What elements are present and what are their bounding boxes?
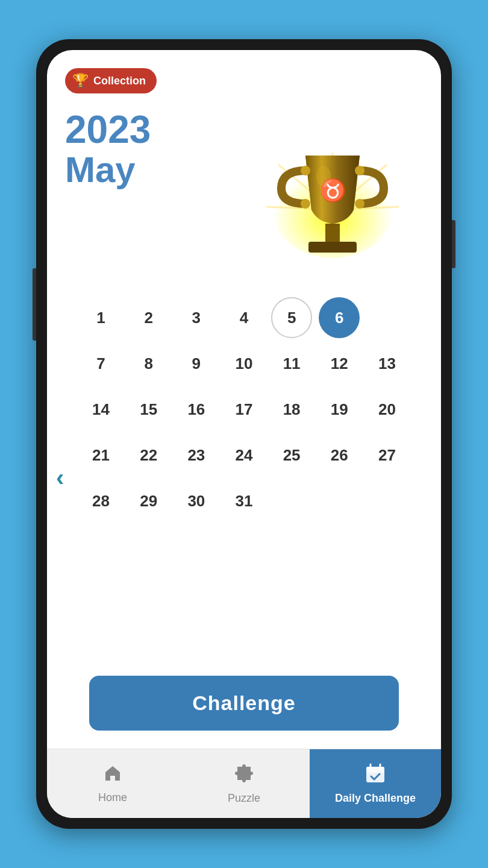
calendar-day-30[interactable]: 30 [176, 480, 217, 521]
calendar-day-14[interactable]: 14 [81, 389, 122, 430]
phone-frame: 🏆 Collection 2023 May [36, 39, 452, 829]
calendar-day-7[interactable]: 7 [81, 343, 122, 384]
calendar-day-16[interactable]: 16 [176, 389, 217, 430]
side-button-left [33, 268, 36, 341]
year-label: 2023 [65, 110, 151, 149]
calendar-day-11[interactable]: 11 [271, 343, 312, 384]
calendar-day-empty-1 [366, 297, 407, 338]
svg-point-13 [355, 166, 364, 175]
calendar-day-1[interactable]: 1 [81, 297, 122, 338]
phone-screen: 🏆 Collection 2023 May [47, 50, 441, 818]
calendar-section: ‹ 1 2 3 4 5 6 7 8 9 10 11 12 [65, 297, 423, 658]
calendar-day-2[interactable]: 2 [128, 297, 169, 338]
calendar-day-empty-3 [319, 480, 360, 521]
calendar-day-8[interactable]: 8 [128, 343, 169, 384]
nav-item-daily-challenge[interactable]: Daily Challenge [310, 749, 441, 818]
back-arrow-icon[interactable]: ‹ [56, 464, 64, 491]
calendar-day-17[interactable]: 17 [224, 389, 264, 430]
calendar-day-27[interactable]: 27 [366, 435, 407, 476]
calendar-day-empty-4 [366, 480, 407, 521]
calendar-day-19[interactable]: 19 [319, 389, 360, 430]
svg-point-12 [301, 166, 310, 175]
calendar-day-20[interactable]: 20 [366, 389, 407, 430]
calendar-day-22[interactable]: 22 [128, 435, 169, 476]
calendar-check-icon [365, 763, 386, 788]
nav-item-home[interactable]: Home [47, 749, 178, 818]
year-month: 2023 May [65, 110, 151, 188]
calendar-day-13[interactable]: 13 [366, 343, 407, 384]
challenge-button[interactable]: Challenge [89, 676, 399, 731]
calendar-day-9[interactable]: 9 [176, 343, 217, 384]
svg-point-10 [301, 199, 310, 209]
challenge-button-area: Challenge [65, 658, 423, 743]
nav-label-home: Home [98, 791, 127, 804]
calendar-day-empty-2 [271, 480, 312, 521]
nav-item-puzzle[interactable]: Puzzle [178, 749, 310, 818]
calendar-day-15[interactable]: 15 [128, 389, 169, 430]
calendar-day-12[interactable]: 12 [319, 343, 360, 384]
svg-point-11 [355, 199, 364, 209]
trophy-area: ♉ [242, 110, 423, 279]
calendar-day-4[interactable]: 4 [224, 297, 264, 338]
svg-rect-9 [308, 242, 357, 253]
month-label: May [65, 152, 151, 188]
calendar-day-6[interactable]: 6 [319, 297, 360, 338]
calendar-day-26[interactable]: 26 [319, 435, 360, 476]
home-icon [103, 764, 122, 788]
calendar-day-21[interactable]: 21 [81, 435, 122, 476]
calendar-day-24[interactable]: 24 [224, 435, 264, 476]
calendar-day-3[interactable]: 3 [176, 297, 217, 338]
collection-trophy-icon: 🏆 [72, 73, 89, 89]
collection-badge[interactable]: 🏆 Collection [65, 68, 157, 93]
calendar-day-5[interactable]: 5 [271, 297, 312, 338]
calendar-day-29[interactable]: 29 [128, 480, 169, 521]
nav-label-puzzle: Puzzle [228, 792, 260, 805]
svg-rect-8 [325, 224, 340, 242]
nav-label-daily-challenge: Daily Challenge [335, 792, 416, 805]
bottom-nav: Home Puzzle [47, 749, 441, 818]
calendar-day-25[interactable]: 25 [271, 435, 312, 476]
calendar-day-10[interactable]: 10 [224, 343, 264, 384]
puzzle-icon [234, 763, 254, 788]
calendar-day-31[interactable]: 31 [224, 480, 264, 521]
svg-rect-15 [366, 767, 384, 773]
calendar-day-28[interactable]: 28 [81, 480, 122, 521]
trophy-icon: ♉ [248, 116, 417, 273]
calendar-grid: 1 2 3 4 5 6 7 8 9 10 11 12 13 14 [77, 297, 411, 521]
calendar-day-18[interactable]: 18 [271, 389, 312, 430]
calendar-day-23[interactable]: 23 [176, 435, 217, 476]
collection-badge-label: Collection [93, 75, 146, 87]
svg-text:♉: ♉ [319, 177, 346, 203]
side-button-right [452, 220, 455, 268]
main-content: 2023 May [47, 50, 441, 749]
top-section: 2023 May [65, 62, 423, 279]
